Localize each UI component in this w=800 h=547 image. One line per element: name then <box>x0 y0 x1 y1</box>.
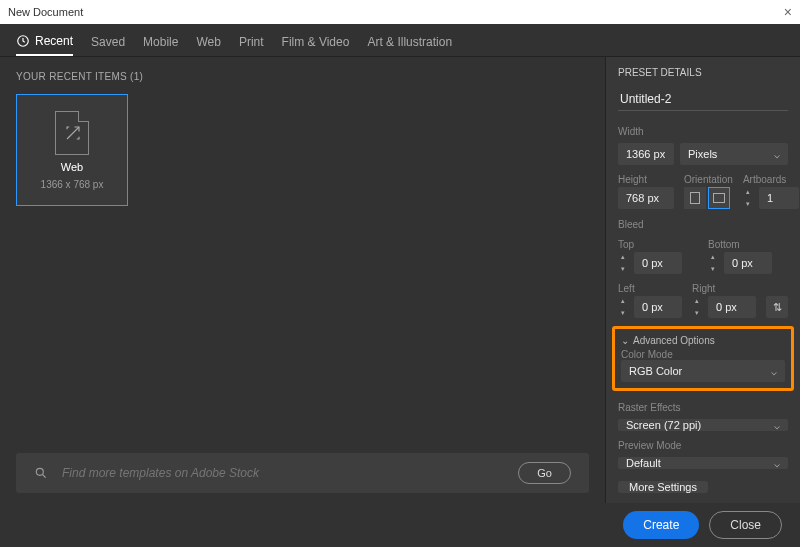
artboards-stepper[interactable]: ▴▾ <box>743 187 753 209</box>
stock-go-button[interactable]: Go <box>518 462 571 484</box>
tab-web[interactable]: Web <box>196 31 220 55</box>
bleed-right-stepper[interactable]: ▴▾ <box>692 296 702 318</box>
category-tabs: Recent Saved Mobile Web Print Film & Vid… <box>0 24 800 57</box>
chevron-down-icon: ⌵ <box>774 458 780 469</box>
units-select[interactable]: Pixels ⌵ <box>680 143 788 165</box>
dialog-footer: Create Close <box>0 503 800 547</box>
artboards-input[interactable] <box>759 187 799 209</box>
bleed-right-input[interactable] <box>708 296 756 318</box>
chevron-down-icon: ⌵ <box>774 420 780 431</box>
svg-point-1 <box>36 468 43 475</box>
bleed-right-label: Right <box>692 283 756 294</box>
tab-film-video[interactable]: Film & Video <box>282 31 350 55</box>
bleed-top-input[interactable] <box>634 252 682 274</box>
preset-gallery: YOUR RECENT ITEMS (1) Web 1366 x 768 px … <box>0 57 605 503</box>
chevron-down-icon: ⌄ <box>621 335 629 346</box>
raster-effects-label: Raster Effects <box>618 402 788 413</box>
tab-recent[interactable]: Recent <box>16 30 73 56</box>
recent-items-heading: YOUR RECENT ITEMS (1) <box>16 71 589 82</box>
orientation-landscape[interactable] <box>708 187 730 209</box>
tab-print[interactable]: Print <box>239 31 264 55</box>
tab-art-illustration[interactable]: Art & Illustration <box>367 31 452 55</box>
width-input[interactable] <box>618 143 674 165</box>
document-name-input[interactable] <box>618 88 788 111</box>
color-mode-label: Color Mode <box>621 349 785 360</box>
bleed-left-stepper[interactable]: ▴▾ <box>618 296 628 318</box>
more-settings-button[interactable]: More Settings <box>618 481 708 493</box>
preset-details-heading: PRESET DETAILS <box>618 67 788 78</box>
bleed-left-label: Left <box>618 283 682 294</box>
preset-dimensions: 1366 x 768 px <box>41 179 104 190</box>
color-mode-select[interactable]: RGB Color ⌵ <box>621 360 785 382</box>
bleed-top-label: Top <box>618 239 698 250</box>
clock-icon <box>16 34 30 48</box>
stock-search-input[interactable] <box>62 466 504 480</box>
bleed-bottom-input[interactable] <box>724 252 772 274</box>
chevron-down-icon: ⌵ <box>774 149 780 160</box>
tab-saved[interactable]: Saved <box>91 31 125 55</box>
close-button[interactable]: Close <box>709 511 782 539</box>
tab-mobile[interactable]: Mobile <box>143 31 178 55</box>
close-icon[interactable]: × <box>784 4 792 20</box>
width-label: Width <box>618 126 788 137</box>
height-label: Height <box>618 174 674 185</box>
search-icon <box>34 466 48 480</box>
preset-card-web[interactable]: Web 1366 x 768 px <box>16 94 128 206</box>
orientation-portrait[interactable] <box>684 187 706 209</box>
raster-effects-select[interactable]: Screen (72 ppi) ⌵ <box>618 419 788 431</box>
advanced-options-toggle[interactable]: ⌄ Advanced Options <box>621 335 785 346</box>
link-bleed-icon[interactable]: ⇅ <box>766 296 788 318</box>
preset-name: Web <box>61 161 83 173</box>
window-title: New Document <box>8 6 83 18</box>
bleed-left-input[interactable] <box>634 296 682 318</box>
bleed-bottom-label: Bottom <box>708 239 788 250</box>
bleed-bottom-stepper[interactable]: ▴▾ <box>708 252 718 274</box>
bleed-top-stepper[interactable]: ▴▾ <box>618 252 628 274</box>
stock-search-bar: Go <box>16 453 589 493</box>
document-icon <box>55 111 89 155</box>
bleed-label: Bleed <box>618 219 788 230</box>
artboards-label: Artboards <box>743 174 799 185</box>
orientation-label: Orientation <box>684 174 733 185</box>
create-button[interactable]: Create <box>623 511 699 539</box>
preset-details-panel: PRESET DETAILS Width Pixels ⌵ Height Ori… <box>605 57 800 503</box>
height-input[interactable] <box>618 187 674 209</box>
tab-recent-label: Recent <box>35 34 73 48</box>
advanced-options-highlight: ⌄ Advanced Options Color Mode RGB Color … <box>612 326 794 391</box>
chevron-down-icon: ⌵ <box>771 366 777 377</box>
preview-mode-label: Preview Mode <box>618 440 788 451</box>
preview-mode-select[interactable]: Default ⌵ <box>618 457 788 469</box>
titlebar: New Document × <box>0 0 800 24</box>
